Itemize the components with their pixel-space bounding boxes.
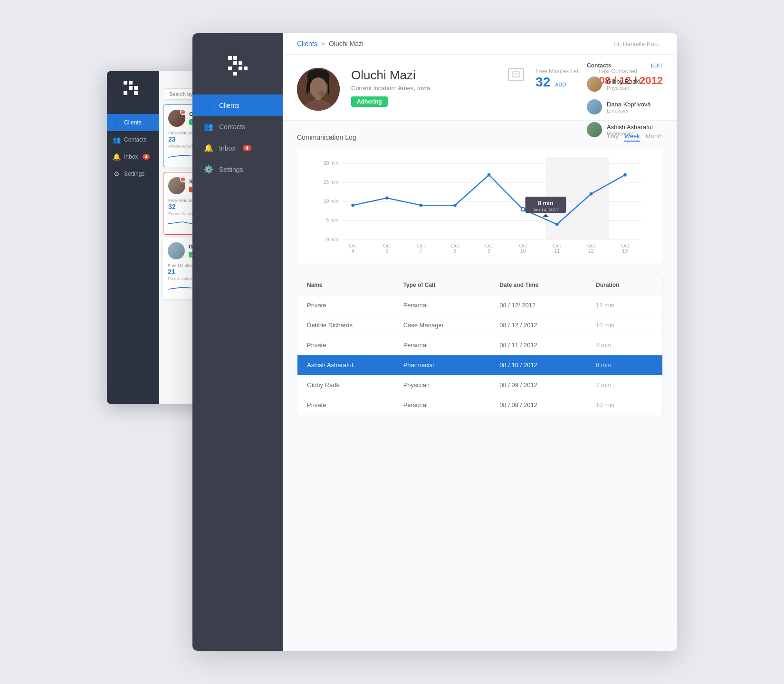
svg-text:8: 8 — [454, 248, 457, 254]
profile-status-badge: Adhering — [351, 96, 388, 107]
td-name-1: Private — [307, 302, 403, 309]
back-nav-contacts-label: Contacts — [124, 136, 146, 143]
svg-text:Oct: Oct — [587, 243, 595, 248]
main-inbox-icon: 🔔 — [204, 143, 213, 152]
svg-text:Oct: Oct — [451, 243, 459, 248]
svg-point-24 — [555, 223, 559, 226]
inbox-icon: 🔔 — [113, 153, 120, 161]
back-nav-settings[interactable]: ⚙ Settings — [107, 165, 159, 182]
td-type-4: Pharmacist — [403, 361, 500, 369]
td-name-3: Private — [307, 342, 403, 349]
contacts-edit-button[interactable]: EDIT — [651, 63, 663, 68]
call-table: Name Type of Call Date and Time Duration… — [297, 275, 663, 415]
svg-point-23 — [521, 208, 525, 211]
topbar: Clients > Oluchi Mazi Hi, Danielle Kop..… — [283, 33, 677, 55]
free-min-add-button[interactable]: ADD — [555, 82, 566, 87]
main-nav-settings[interactable]: ⚙️ Settings — [192, 159, 283, 180]
back-nav-clients[interactable]: 👤 Clients — [107, 114, 159, 131]
main-nav-inbox[interactable]: 🔔 Inbox 4 — [192, 137, 283, 159]
td-type-6: Personal — [403, 401, 500, 408]
svg-text:10 min: 10 min — [324, 198, 339, 204]
table-row-4[interactable]: Ashish Asharaful Pharmacist 08 / 10 / 20… — [297, 355, 662, 375]
th-type: Type of Call — [403, 282, 500, 288]
table-row-2[interactable]: Debbie Richards Case Manager 08 / 12 / 2… — [297, 315, 662, 335]
front-panel: 👤 Clients 👥 Contacts 🔔 Inbox 4 ⚙️ Settin… — [192, 33, 677, 651]
contacts-header: Contacts EDIT — [573, 62, 677, 73]
main-nav-contacts-label: Contacts — [219, 123, 245, 131]
table-row-1[interactable]: Private Personal 08 / 12/ 2012 11 min — [297, 295, 662, 315]
td-name-5: Gibby Radki — [307, 381, 403, 389]
table-row-6[interactable]: Private Personal 08 / 09 / 2012 10 min — [297, 395, 662, 415]
td-name-4: Ashish Asharaful — [307, 361, 403, 369]
td-date-1: 08 / 12/ 2012 — [499, 302, 596, 309]
contact-avatar-gibby — [587, 76, 602, 92]
main-contacts-icon: 👥 — [204, 122, 213, 131]
td-name-6: Private — [307, 401, 403, 408]
td-type-5: Physician — [403, 381, 500, 389]
avatar-svg — [297, 68, 340, 111]
td-name-2: Debbie Richards — [307, 322, 403, 329]
svg-text:Oct: Oct — [553, 243, 561, 248]
contact-name-gibby: Gibby Radki — [607, 78, 641, 85]
svg-point-26 — [623, 173, 627, 177]
svg-text:9: 9 — [488, 248, 490, 254]
contact-avatar-dana — [587, 99, 602, 114]
back-logo — [124, 81, 143, 100]
svg-text:15 min: 15 min — [324, 179, 339, 185]
profile-name: Oluchi Mazi — [351, 68, 487, 83]
main-nav-inbox-label: Inbox — [219, 144, 235, 152]
main-nav-clients[interactable]: 👤 Clients — [192, 95, 283, 116]
svg-point-25 — [590, 192, 593, 196]
back-nav-settings-label: Settings — [124, 171, 144, 177]
td-duration-3: 4 min — [596, 342, 653, 349]
svg-text:0 min: 0 min — [326, 237, 338, 242]
td-type-2: Case Manager — [403, 322, 500, 329]
back-nav-clients-label: Clients — [124, 119, 142, 126]
contact-item-dana: Dana Kopřivová Employer — [573, 95, 677, 118]
contact-info-gibby: Gibby Radki Physician — [607, 78, 641, 91]
main-nav-contacts[interactable]: 👥 Contacts — [192, 116, 283, 137]
contact-avatar-ashish — [587, 122, 602, 137]
th-name: Name — [307, 282, 403, 288]
main-inbox-badge: 4 — [243, 145, 251, 151]
profile-avatar — [297, 68, 340, 111]
svg-text:4: 4 — [352, 248, 354, 254]
free-min-stat-value: 32 — [535, 75, 550, 90]
contact-info-ashish: Ashish Asharaful Pharmacist — [607, 124, 653, 136]
main-sidebar: 👤 Clients 👥 Contacts 🔔 Inbox 4 ⚙️ Settin… — [192, 33, 283, 651]
comm-log-title: Communication Log — [297, 133, 356, 141]
svg-text:Oct: Oct — [519, 243, 527, 248]
message-button[interactable] — [508, 68, 524, 81]
svg-text:12: 12 — [588, 248, 594, 254]
svg-text:Oct: Oct — [349, 243, 357, 248]
td-duration-1: 11 min — [596, 302, 653, 309]
settings-icon: ⚙ — [113, 170, 120, 178]
svg-text:Jan 14, 2017: Jan 14, 2017 — [533, 207, 559, 212]
svg-rect-6 — [512, 72, 520, 77]
back-nav-contacts[interactable]: 👥 Contacts — [107, 131, 159, 148]
main-logo — [192, 45, 283, 76]
td-date-4: 08 / 10 / 2012 — [499, 361, 596, 369]
main-nav-settings-label: Settings — [219, 166, 243, 173]
td-type-1: Personal — [403, 302, 500, 309]
back-nav-inbox[interactable]: 🔔 Inbox 4 — [107, 148, 159, 165]
notification-dot-santiago: 1 — [180, 177, 186, 182]
td-duration-2: 10 min — [596, 322, 653, 329]
contact-item-gibby: Gibby Radki Physician — [573, 73, 677, 95]
contact-role-gibby: Physician — [607, 85, 641, 91]
svg-text:11: 11 — [554, 248, 560, 254]
contact-item-ashish: Ashish Asharaful Pharmacist — [573, 118, 677, 141]
table-row-3[interactable]: Private Personal 08 / 11 / 2012 4 min — [297, 335, 662, 355]
breadcrumb-clients-link[interactable]: Clients — [297, 40, 317, 48]
main-settings-icon: ⚙️ — [204, 165, 213, 174]
table-row-5[interactable]: Gibby Radki Physician 08 / 09 / 2012 7 m… — [297, 375, 662, 395]
contact-name-dana: Dana Kopřivová — [607, 101, 651, 108]
td-date-6: 08 / 09 / 2012 — [499, 401, 596, 408]
th-date: Date and Time — [499, 282, 596, 288]
svg-text:Oct: Oct — [621, 243, 629, 248]
td-duration-6: 10 min — [596, 401, 653, 408]
back-sidebar: 👤 Clients 👥 Contacts 🔔 Inbox 4 ⚙ Setting… — [107, 71, 159, 404]
svg-text:7: 7 — [420, 248, 422, 254]
main-clients-icon: 👤 — [204, 101, 213, 110]
back-nav-inbox-label: Inbox — [124, 153, 138, 160]
